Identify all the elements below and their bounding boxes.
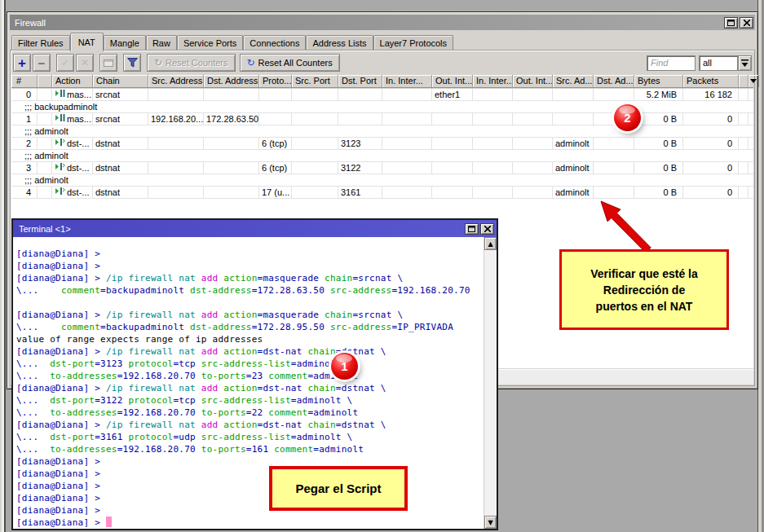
reset-all-counters-button[interactable]: ↻Reset All Counters (240, 54, 340, 72)
terminal-cursor (106, 517, 112, 527)
comment-row[interactable]: ;;; adminolt (11, 174, 753, 187)
column-header[interactable]: Proto... (259, 75, 292, 87)
reset-all-icon: ↻ (247, 57, 255, 68)
chevron-down-icon (750, 79, 757, 83)
terminal-line: \... comment=backupadminolt dst-address=… (16, 284, 484, 297)
column-header[interactable]: Chain (93, 75, 148, 87)
column-header[interactable]: Out. Int... (513, 75, 553, 87)
masquerade-icon (55, 113, 65, 125)
tab-address-lists[interactable]: Address Lists (306, 35, 373, 51)
terminal-line: [diana@Diana] > (16, 260, 484, 272)
terminal-line: [diana@Diana] > (16, 455, 484, 468)
scroll-up-button[interactable]: ▲ (484, 237, 497, 250)
dst-nat-icon (55, 162, 65, 174)
column-header[interactable]: In. Inter... (473, 75, 513, 87)
scroll-down-button[interactable]: ▼ (484, 516, 497, 529)
column-header[interactable]: Src. Port (292, 75, 338, 87)
terminal-line: \... to-addresses=192.168.20.70 to-ports… (16, 370, 484, 382)
tab-filter-rules[interactable]: Filter Rules (11, 35, 70, 51)
comment-row[interactable]: ;;; backupadminolt (11, 101, 753, 113)
column-header[interactable]: Src. Ad... (553, 75, 594, 87)
comment-button[interactable] (99, 54, 117, 72)
column-header[interactable]: Bytes (634, 75, 683, 87)
terminal-line: [diana@Diana] > (16, 248, 484, 260)
column-chooser-button[interactable] (749, 75, 759, 87)
callout-paste-script: Pegar el Script (269, 466, 408, 511)
tab-nat[interactable]: NAT (70, 33, 104, 51)
dst-nat-icon (55, 187, 65, 198)
firewall-title: Firewall (15, 18, 722, 28)
terminal-titlebar: Terminal <1> (13, 220, 497, 237)
column-header[interactable]: # (11, 75, 38, 87)
column-header[interactable]: Dst. Port (338, 75, 382, 87)
minus-icon: − (38, 56, 46, 70)
tab-layer7-protocols[interactable]: Layer7 Protocols (373, 35, 454, 51)
dropdown-arrow-icon (741, 59, 749, 67)
comment-row[interactable]: ;;; adminolt (11, 150, 753, 162)
tab-mangle[interactable]: Mangle (104, 35, 146, 51)
scope-dropdown-button[interactable] (738, 55, 752, 71)
terminal-line: [diana@Diana] > (16, 492, 484, 504)
column-header[interactable]: Dst. Address (204, 75, 259, 87)
background-window-edge-left (0, 0, 6, 532)
terminal-window: Terminal <1> [diana@Diana] > [diana@Dian… (11, 218, 498, 530)
nat-rule-row[interactable]: 0mas...srcnatether15.2 MiB16 182 (11, 89, 753, 101)
step-badge-1: 1 (331, 353, 358, 380)
nat-rule-row[interactable]: 2dst-...dstnat6 (tcp)3123adminolt0 B0 (11, 138, 753, 150)
scope-select[interactable]: all (699, 55, 738, 71)
add-button[interactable]: + (13, 54, 31, 72)
terminal-line: \... dst-port=3161 protocol=udp src-addr… (16, 431, 484, 443)
terminal-line: [diana@Diana] > (16, 468, 484, 480)
filter-button[interactable] (123, 54, 141, 72)
terminal-line: [diana@Diana] > /ip firewall nat add act… (16, 419, 484, 431)
funnel-icon (127, 58, 138, 68)
enable-button[interactable]: ✓ (56, 54, 74, 72)
dst-nat-icon (55, 138, 65, 149)
tab-raw[interactable]: Raw (146, 35, 177, 51)
maximize-button[interactable] (724, 17, 738, 29)
masquerade-icon (55, 89, 65, 100)
terminal-line: [diana@Diana] > /ip firewall nat add act… (16, 309, 484, 321)
terminal-content[interactable]: [diana@Diana] > [diana@Diana] > [diana@D… (13, 237, 484, 529)
column-header[interactable]: Out. Int... (432, 75, 473, 87)
terminal-close-button[interactable] (480, 223, 494, 235)
nat-rule-row[interactable]: 1mas...srcnat192.168.20...172.28.63.500 … (11, 113, 753, 125)
remove-button[interactable]: − (33, 54, 51, 72)
column-header[interactable]: Src. Address (148, 75, 204, 87)
terminal-line: [diana@Diana] > (16, 504, 484, 517)
terminal-line: \... to-addresses=192.168.20.70 to-ports… (16, 407, 484, 419)
disable-button[interactable]: ✕ (76, 54, 94, 72)
terminal-line (16, 297, 484, 309)
comment-row[interactable]: ;;; adminolt (11, 125, 753, 138)
column-header[interactable] (38, 75, 52, 87)
firewall-titlebar: Firewall (10, 15, 755, 30)
reset-counters-button[interactable]: ↻Reset Counters (147, 54, 236, 72)
column-header[interactable]: Action (52, 75, 93, 87)
plus-icon: + (18, 57, 26, 69)
tab-service-ports[interactable]: Service Ports (177, 35, 243, 51)
column-header[interactable]: In. Inter... (382, 75, 432, 87)
check-icon: ✓ (61, 57, 69, 68)
nat-table-header: #ActionChainSrc. AddressDst. AddressProt… (11, 75, 753, 88)
terminal-maximize-button[interactable] (465, 223, 479, 235)
column-header[interactable]: Dst. Ad... (594, 75, 634, 87)
terminal-line: \... dst-port=3122 protocol=tcp src-addr… (16, 394, 484, 407)
column-header[interactable]: Packets (683, 75, 739, 87)
callout-verify-nat: Verificar que esté la Redirección de pue… (559, 249, 729, 330)
terminal-line: [diana@Diana] > (16, 480, 484, 492)
firewall-toolbar: + − ✓ ✕ ↻Reset Counters ↻Reset All Count… (13, 53, 752, 73)
terminal-line: value of range expects range of ip addre… (16, 333, 484, 345)
terminal-line: \... comment=backupadminolt dst-address=… (16, 321, 484, 333)
terminal-line: [diana@Diana] > /ip firewall nat add act… (16, 272, 484, 284)
comment-icon (104, 59, 113, 67)
nat-rule-row[interactable]: 3dst-...dstnat6 (tcp)3122adminolt0 B0 (11, 162, 753, 174)
nat-rule-row[interactable]: 4dst-...dstnat17 (u...3161adminolt0 B0 (11, 187, 753, 199)
terminal-line: \... dst-port=3123 protocol=tcp src-addr… (16, 358, 484, 370)
terminal-title: Terminal <1> (19, 224, 463, 234)
tab-connections[interactable]: Connections (243, 35, 306, 51)
terminal-scrollbar[interactable]: ▲ ▼ (484, 237, 497, 529)
find-input[interactable]: Find (647, 55, 696, 71)
step-badge-2: 2 (614, 104, 641, 131)
close-button[interactable] (740, 17, 753, 29)
firewall-tabs: Filter RulesNATMangleRawService PortsCon… (11, 33, 453, 51)
